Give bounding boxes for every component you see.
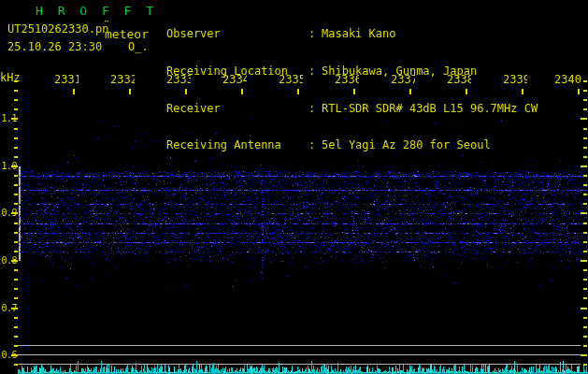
location-row: Receiving Location:Shibukawa, Gunma, Jap… xyxy=(166,65,538,78)
observer-row: Observer:Masaki Kano xyxy=(166,28,538,40)
freq-tick xyxy=(583,175,587,177)
freq-tick xyxy=(583,317,587,319)
separator: : xyxy=(308,103,322,115)
freq-tick xyxy=(14,156,18,158)
observation-info: Observer:Masaki Kano Receiving Location:… xyxy=(166,4,538,177)
freq-tick xyxy=(14,251,18,252)
freq-tick xyxy=(14,326,18,328)
freq-tick xyxy=(14,336,18,338)
station-name: meteor xyxy=(105,27,149,41)
x-axis-tick-label: 2340 xyxy=(554,74,582,86)
x-axis-tick xyxy=(129,89,131,94)
freq-tick xyxy=(583,108,587,110)
receiver-value: RTL-SDR SDR# 43dB L15 96.7MHz CW xyxy=(322,103,538,115)
capture-filename: UT2510262330.pn xyxy=(7,22,108,36)
freq-tick-label: 0.9 xyxy=(0,208,17,218)
freq-tick xyxy=(583,336,587,338)
freq-tick xyxy=(583,232,587,234)
freq-tick xyxy=(583,241,587,243)
freq-tick-label: 0.8 xyxy=(0,255,17,266)
freq-tick xyxy=(581,165,587,167)
freq-tick xyxy=(581,308,587,309)
freq-tick xyxy=(583,251,587,252)
freq-tick-label: 0.6 xyxy=(0,350,17,360)
freq-tick-label: 1.0 xyxy=(0,161,17,171)
freq-tick xyxy=(583,99,587,101)
status-suffix: O_. xyxy=(128,40,149,53)
freq-tick xyxy=(583,345,587,347)
separator: : xyxy=(308,65,322,78)
freq-tick xyxy=(583,147,587,149)
y-axis-unit-label: kHz xyxy=(0,71,21,84)
freq-tick xyxy=(14,364,18,366)
x-axis-tick-label: 2331 xyxy=(54,74,79,86)
freq-tick xyxy=(583,156,587,158)
freq-tick xyxy=(14,203,18,205)
receiver-row: Receiver:RTL-SDR SDR# 43dB L15 96.7MHz C… xyxy=(166,103,538,115)
freq-tick xyxy=(583,90,587,92)
location-value: Shibukawa, Gunma, Japan xyxy=(322,65,477,78)
freq-tick xyxy=(14,345,18,347)
observer-value: Masaki Kano xyxy=(322,28,395,40)
freq-tick xyxy=(14,128,18,130)
freq-tick xyxy=(583,80,587,82)
capture-datetime: 25.10.26 23:30 xyxy=(7,40,102,53)
x-axis-tick xyxy=(73,89,75,94)
freq-tick xyxy=(583,364,587,366)
freq-tick xyxy=(14,108,18,110)
freq-tick xyxy=(583,128,587,130)
freq-tick xyxy=(14,147,18,149)
freq-tick xyxy=(14,279,18,280)
freq-tick xyxy=(583,137,587,139)
freq-tick xyxy=(583,184,587,186)
hrofft-screen: H R O F F T UT2510262330.pn ¨ meteor 25.… xyxy=(0,0,588,374)
freq-tick xyxy=(14,297,18,299)
freq-tick-label: 0.7 xyxy=(0,303,17,313)
freq-tick xyxy=(14,241,18,243)
antenna-label: Receiving Antenna xyxy=(166,139,308,151)
freq-tick xyxy=(14,194,18,195)
freq-tick xyxy=(14,317,18,319)
x-axis-tick xyxy=(578,89,580,94)
freq-tick xyxy=(583,269,587,271)
freq-tick xyxy=(14,137,18,139)
freq-tick xyxy=(581,212,587,214)
freq-tick xyxy=(14,223,18,224)
freq-tick-label: 1.1 xyxy=(0,113,17,123)
freq-tick xyxy=(581,118,587,120)
freq-tick xyxy=(14,288,18,290)
app-title: H R O F F T xyxy=(36,4,157,18)
freq-tick xyxy=(14,269,18,271)
x-axis-tick-label: 2332 xyxy=(110,74,135,86)
freq-tick xyxy=(14,90,18,92)
freq-tick xyxy=(583,203,587,205)
antenna-row: Receiving Antenna:5el Yagi Az 280 for Se… xyxy=(166,139,538,151)
freq-tick xyxy=(583,326,587,328)
receiver-label: Receiver xyxy=(166,103,308,115)
freq-tick xyxy=(583,288,587,290)
freq-tick xyxy=(14,175,18,177)
freq-tick xyxy=(581,354,587,356)
freq-tick xyxy=(583,223,587,224)
freq-tick xyxy=(583,297,587,299)
freq-tick xyxy=(581,260,587,262)
antenna-value: 5el Yagi Az 280 for Seoul xyxy=(322,139,491,151)
location-label: Receiving Location xyxy=(166,65,308,78)
freq-tick xyxy=(14,232,18,234)
observer-label: Observer xyxy=(166,28,308,40)
separator: : xyxy=(308,139,322,151)
freq-tick xyxy=(583,279,587,280)
freq-tick xyxy=(583,194,587,195)
separator: : xyxy=(308,28,322,40)
freq-tick xyxy=(14,184,18,186)
freq-tick xyxy=(14,99,18,101)
